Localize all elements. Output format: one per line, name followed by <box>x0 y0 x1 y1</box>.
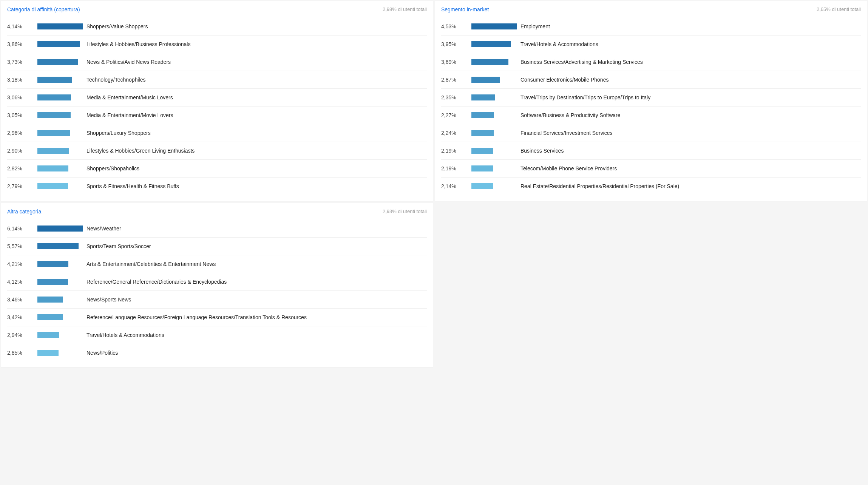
row-bar <box>471 77 500 83</box>
table-row[interactable]: 2,96%Shoppers/Luxury Shoppers <box>7 124 427 142</box>
row-label: Employment <box>517 23 861 30</box>
table-row[interactable]: 2,19%Business Services <box>441 142 861 159</box>
row-bar <box>471 94 495 100</box>
row-bar-cell <box>37 130 83 136</box>
table-row[interactable]: 2,87%Consumer Electronics/Mobile Phones <box>441 71 861 88</box>
row-bar-cell <box>471 130 517 136</box>
row-bar-cell <box>37 77 83 83</box>
row-bar <box>37 148 69 154</box>
table-row[interactable]: 2,14%Real Estate/Residential Properties/… <box>441 177 861 195</box>
row-bar <box>471 59 508 65</box>
row-bar <box>37 23 83 29</box>
row-label: Software/Business & Productivity Softwar… <box>517 112 861 119</box>
table-row[interactable]: 4,21%Arts & Entertainment/Celebrities & … <box>7 255 427 273</box>
table-row[interactable]: 2,79%Sports & Fitness/Health & Fitness B… <box>7 177 427 195</box>
table-row[interactable]: 2,90%Lifestyles & Hobbies/Green Living E… <box>7 142 427 159</box>
row-bar <box>37 183 68 189</box>
row-bar-cell <box>37 165 83 171</box>
row-bar-cell <box>471 77 517 83</box>
row-percent: 3,46% <box>7 297 37 303</box>
table-row[interactable]: 3,69%Business Services/Advertising & Mar… <box>441 53 861 71</box>
table-row[interactable]: 2,94%Travel/Hotels & Accommodations <box>7 326 427 344</box>
table-row[interactable]: 3,46%News/Sports News <box>7 290 427 308</box>
panel-header: Altra categoria 2,93% di utenti totali <box>1 203 433 217</box>
row-bar <box>471 41 511 47</box>
table-row[interactable]: 4,53%Employment <box>441 18 861 35</box>
row-percent: 2,35% <box>441 94 471 100</box>
row-bar <box>37 243 79 249</box>
table-row[interactable]: 3,42%Reference/Language Resources/Foreig… <box>7 308 427 326</box>
row-bar-cell <box>471 148 517 154</box>
row-label: Consumer Electronics/Mobile Phones <box>517 76 861 83</box>
row-percent: 4,53% <box>441 23 471 29</box>
row-label: Travel/Hotels & Accommodations <box>83 332 427 338</box>
row-percent: 2,85% <box>7 350 37 356</box>
row-label: Sports/Team Sports/Soccer <box>83 243 427 250</box>
panel-title-link[interactable]: Categoria di affinità (copertura) <box>7 6 80 12</box>
row-percent: 2,79% <box>7 183 37 189</box>
row-bar <box>37 130 70 136</box>
row-percent: 3,05% <box>7 112 37 118</box>
table-row[interactable]: 5,57%Sports/Team Sports/Soccer <box>7 237 427 255</box>
row-bar <box>471 130 494 136</box>
row-percent: 5,57% <box>7 243 37 249</box>
row-percent: 6,14% <box>7 226 37 232</box>
row-percent: 3,42% <box>7 314 37 320</box>
panel-subtitle: 2,98% di utenti totali <box>383 6 427 12</box>
panel-rows: 4,14%Shoppers/Value Shoppers3,86%Lifesty… <box>1 15 433 201</box>
row-label: Business Services/Advertising & Marketin… <box>517 59 861 65</box>
row-bar-cell <box>471 112 517 118</box>
panel-in-market: Segmento in-market 2,65% di utenti total… <box>435 1 867 201</box>
row-percent: 4,12% <box>7 279 37 285</box>
row-bar <box>37 165 68 171</box>
table-row[interactable]: 2,24%Financial Services/Investment Servi… <box>441 124 861 142</box>
table-row[interactable]: 2,27%Software/Business & Productivity So… <box>441 106 861 124</box>
panel-subtitle: 2,65% di utenti totali <box>817 6 861 12</box>
row-label: Lifestyles & Hobbies/Green Living Enthus… <box>83 147 427 154</box>
row-bar-cell <box>37 94 83 100</box>
row-bar-cell <box>471 41 517 47</box>
panel-title-link[interactable]: Altra categoria <box>7 209 41 215</box>
table-row[interactable]: 3,95%Travel/Hotels & Accommodations <box>441 35 861 53</box>
row-label: News/Politics <box>83 349 427 356</box>
panel-title: Altra categoria <box>7 209 41 215</box>
row-percent: 2,94% <box>7 332 37 338</box>
row-bar <box>471 112 494 118</box>
row-label: Real Estate/Residential Properties/Resid… <box>517 183 861 190</box>
table-row[interactable]: 2,82%Shoppers/Shopaholics <box>7 159 427 177</box>
row-label: News/Sports News <box>83 296 427 303</box>
row-bar <box>471 23 517 29</box>
table-row[interactable]: 3,06%Media & Entertainment/Music Lovers <box>7 88 427 106</box>
table-row[interactable]: 2,19%Telecom/Mobile Phone Service Provid… <box>441 159 861 177</box>
table-row[interactable]: 3,05%Media & Entertainment/Movie Lovers <box>7 106 427 124</box>
panel-rows: 6,14%News/Weather5,57%Sports/Team Sports… <box>1 217 433 368</box>
row-label: Arts & Entertainment/Celebrities & Enter… <box>83 261 427 267</box>
table-row[interactable]: 3,18%Technology/Technophiles <box>7 71 427 88</box>
row-bar <box>37 226 83 232</box>
row-label: Telecom/Mobile Phone Service Providers <box>517 165 861 172</box>
row-label: Travel/Trips by Destination/Trips to Eur… <box>517 94 861 101</box>
row-label: Financial Services/Investment Services <box>517 130 861 136</box>
row-label: Shoppers/Luxury Shoppers <box>83 130 427 136</box>
row-bar-cell <box>471 23 517 29</box>
panel-title-link[interactable]: Segmento in-market <box>441 6 489 12</box>
table-row[interactable]: 4,14%Shoppers/Value Shoppers <box>7 18 427 35</box>
table-row[interactable]: 4,12%Reference/General Reference/Diction… <box>7 273 427 290</box>
table-row[interactable]: 2,85%News/Politics <box>7 344 427 361</box>
row-percent: 3,69% <box>441 59 471 65</box>
row-bar-cell <box>37 350 83 356</box>
row-bar-cell <box>37 243 83 249</box>
table-row[interactable]: 3,86%Lifestyles & Hobbies/Business Profe… <box>7 35 427 53</box>
row-bar-cell <box>37 261 83 267</box>
empty-cell <box>434 202 868 369</box>
row-percent: 2,96% <box>7 130 37 136</box>
table-row[interactable]: 6,14%News/Weather <box>7 220 427 237</box>
row-bar <box>37 94 71 100</box>
row-percent: 4,21% <box>7 261 37 267</box>
row-percent: 4,14% <box>7 23 37 29</box>
row-percent: 2,14% <box>441 183 471 189</box>
table-row[interactable]: 2,35%Travel/Trips by Destination/Trips t… <box>441 88 861 106</box>
row-bar <box>37 261 68 267</box>
table-row[interactable]: 3,73%News & Politics/Avid News Readers <box>7 53 427 71</box>
row-bar <box>37 77 72 83</box>
